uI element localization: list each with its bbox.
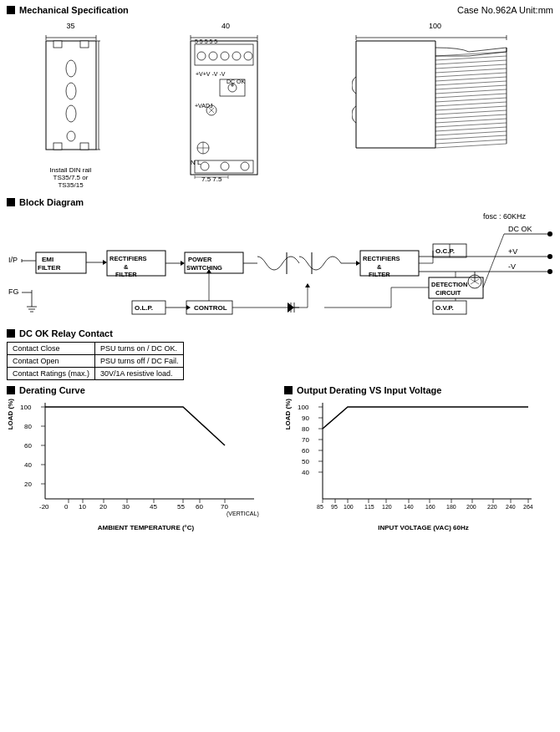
relay-cell-desc-1: PSU turns on / DC OK.	[95, 343, 184, 355]
svg-text:100: 100	[298, 404, 309, 411]
svg-text:70: 70	[221, 503, 228, 511]
svg-text:FG: FG	[8, 287, 19, 296]
mechanical-header: Mechanical Specification Case No.962A Un…	[7, 5, 553, 15]
svg-text:7.5  7.5: 7.5 7.5	[201, 175, 222, 183]
block-diagram-title: Block Diagram	[19, 197, 84, 207]
svg-text:CIRCUIT: CIRCUIT	[435, 289, 461, 297]
derating-chart-wrap: LOAD (%) 100 80 60 40	[7, 399, 276, 531]
svg-text:40: 40	[24, 461, 32, 469]
svg-text:100: 100	[20, 404, 32, 411]
svg-text:I/P: I/P	[8, 256, 18, 264]
svg-point-24	[197, 52, 206, 60]
relay-header: DC OK Relay Contact	[7, 328, 553, 338]
output-derating-title: Output Derating VS Input Voltage	[297, 385, 441, 395]
din-rail-drawing: 35	[42, 22, 100, 189]
svg-point-27	[232, 52, 241, 60]
svg-point-26	[221, 52, 229, 60]
svg-line-108	[483, 234, 504, 287]
svg-text:45: 45	[150, 503, 157, 511]
device-drawing: 40 5 5 5 5 5 +V+V -V -V	[186, 22, 266, 186]
output-derating-chart-area: 100 90 80 70 60 50 40 85	[293, 399, 553, 531]
svg-text:SWITCHING: SWITCHING	[186, 264, 222, 272]
svg-text:85: 85	[317, 504, 323, 510]
svg-text:RECTIFIERS: RECTIFIERS	[363, 255, 400, 262]
svg-text:70: 70	[302, 436, 309, 444]
svg-text:100: 100	[344, 504, 354, 510]
relay-cell-name-3: Contact Ratings (max.)	[8, 368, 95, 380]
relay-section: DC OK Relay Contact Contact Close PSU tu…	[7, 328, 553, 380]
svg-text:-V: -V	[508, 262, 516, 271]
svg-point-93	[547, 269, 552, 274]
svg-text:200: 200	[466, 504, 476, 510]
svg-text:60: 60	[24, 442, 32, 450]
svg-text:O.C.P.: O.C.P.	[435, 247, 455, 255]
svg-text:60: 60	[302, 447, 309, 455]
svg-text:50: 50	[302, 458, 309, 465]
svg-rect-4	[53, 41, 62, 48]
derating-title: Derating Curve	[19, 385, 85, 395]
svg-text:30: 30	[122, 503, 130, 511]
svg-point-9	[66, 83, 76, 99]
relay-row-3: Contact Ratings (max.) 30V/1A resistive …	[8, 368, 184, 380]
svg-text:FILTER: FILTER	[369, 271, 390, 278]
svg-text:180: 180	[446, 504, 456, 510]
svg-marker-117	[186, 305, 191, 310]
svg-point-28	[244, 52, 252, 60]
heatsink-drawing: 100	[352, 22, 519, 173]
svg-point-56	[547, 231, 552, 236]
svg-point-43	[221, 162, 229, 170]
svg-text:O.L.P.: O.L.P.	[135, 304, 153, 312]
svg-text:+V: +V	[508, 247, 517, 256]
svg-text:FILTER: FILTER	[115, 271, 137, 278]
svg-text:O.V.P.: O.V.P.	[435, 304, 454, 312]
page: Mechanical Specification Case No.962A Un…	[0, 0, 560, 732]
svg-point-42	[201, 162, 209, 170]
svg-text:115: 115	[364, 504, 374, 510]
din-label: Install DIN rail TS35/7.5 or TS35/15	[42, 166, 100, 189]
svg-point-10	[66, 105, 76, 122]
block-diagram-area: fosc : 60KHz DC OK I/P FG EMI	[7, 211, 553, 323]
svg-text:220: 220	[487, 504, 497, 510]
svg-text:(VERTICAL): (VERTICAL)	[227, 511, 259, 517]
bd-square	[7, 198, 15, 206]
svg-text:40: 40	[302, 469, 309, 476]
svg-text:N    L: N L	[191, 159, 201, 166]
relay-cell-desc-3: 30V/1A resistive load.	[95, 368, 184, 380]
svg-rect-5	[80, 41, 89, 48]
output-derating-square	[284, 386, 293, 394]
svg-point-11	[67, 131, 75, 141]
svg-text:0: 0	[64, 503, 69, 511]
svg-text:95: 95	[331, 504, 338, 510]
mechanical-title: Mechanical Specification	[19, 5, 129, 15]
relay-square	[7, 329, 15, 338]
charts-row: Derating Curve LOAD (%) 100 80	[7, 385, 553, 531]
svg-text:80: 80	[302, 425, 309, 433]
svg-text:CONTROL: CONTROL	[194, 304, 227, 312]
dim-35: 35	[42, 22, 100, 30]
relay-title: DC OK Relay Contact	[19, 328, 113, 338]
dim-100: 100	[352, 22, 519, 30]
svg-text:20: 20	[24, 480, 32, 488]
relay-row-1: Contact Close PSU turns on / DC OK.	[8, 343, 184, 355]
svg-text:80: 80	[24, 423, 32, 430]
svg-text:264: 264	[523, 504, 533, 510]
block-diagram-header: Block Diagram	[7, 197, 553, 207]
mechanical-section: Mechanical Specification Case No.962A Un…	[7, 5, 553, 192]
header-square	[7, 6, 15, 14]
svg-text:+V+V  -V -V: +V+V -V -V	[196, 71, 226, 77]
derating-curve-container: Derating Curve LOAD (%) 100 80	[7, 385, 276, 531]
derating-xlabel: AMBIENT TEMPERATURE (°C)	[16, 524, 276, 531]
svg-text:&: &	[124, 263, 129, 271]
relay-cell-name-1: Contact Close	[8, 343, 95, 355]
svg-point-90	[547, 254, 552, 259]
svg-text:EMI: EMI	[42, 256, 53, 263]
output-derating-title-row: Output Derating VS Input Voltage	[284, 385, 553, 395]
dim-40: 40	[186, 22, 266, 30]
output-derating-ylabel: LOAD (%)	[284, 399, 292, 430]
block-diagram-section: Block Diagram fosc : 60KHz DC OK I/P FG	[7, 197, 553, 323]
svg-marker-70	[103, 260, 107, 265]
relay-table: Contact Close PSU turns on / DC OK. Cont…	[7, 342, 184, 380]
relay-cell-desc-2: PSU turns off / DC Fail.	[95, 355, 184, 368]
svg-text:fosc : 60KHz: fosc : 60KHz	[483, 212, 527, 221]
svg-text:60: 60	[196, 503, 203, 511]
